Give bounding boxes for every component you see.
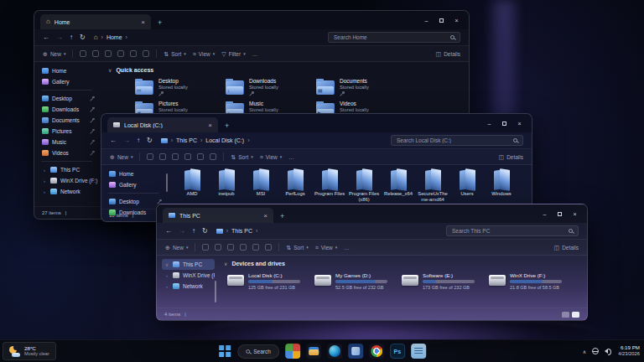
maximize-button[interactable] — [553, 209, 566, 220]
photoshop-icon[interactable]: Ps — [390, 344, 405, 359]
delete-icon[interactable] — [143, 50, 149, 57]
refresh-button[interactable]: ↻ — [202, 228, 208, 235]
up-button[interactable]: ↑ — [137, 137, 140, 144]
sidebar-item-music[interactable]: Music — [39, 137, 99, 147]
filter-button[interactable]: ▽ Filter ▾ — [221, 51, 245, 57]
sidebar-scrollbar[interactable] — [215, 281, 216, 303]
photos-app-icon[interactable] — [348, 344, 363, 359]
tab-close-icon[interactable]: × — [208, 122, 212, 129]
sidebar-item-winx-drive[interactable]: ›WinX Drive (F:) — [162, 270, 215, 281]
back-button[interactable]: ← — [110, 137, 117, 144]
list-view-button[interactable] — [562, 312, 569, 318]
tab-close-icon[interactable]: × — [263, 212, 267, 220]
more-options-button[interactable]: … — [252, 51, 258, 57]
back-button[interactable]: ← — [165, 228, 172, 235]
folder-item[interactable]: SecureUxTheme-amd64 — [416, 169, 449, 202]
refresh-button[interactable]: ↻ — [147, 137, 153, 144]
search-input[interactable] — [397, 137, 510, 143]
folder-item[interactable]: Program Files (x86) — [347, 169, 381, 202]
close-button[interactable]: × — [569, 209, 581, 220]
tray-overflow-chevron-icon[interactable]: ∧ — [583, 349, 586, 354]
rename-icon[interactable] — [240, 244, 247, 251]
tab-this-pc[interactable]: This PC × — [163, 208, 273, 223]
sidebar-item-home[interactable]: Home — [106, 168, 166, 179]
sort-button[interactable]: ⇅ Sort ▾ — [286, 245, 308, 251]
volume-icon[interactable] — [605, 348, 612, 354]
more-options-button[interactable]: … — [288, 154, 294, 160]
chevron-icon[interactable]: ∨ — [164, 261, 169, 267]
drive-tile-c[interactable]: Local Disk (C:)125 GB free of 231 GB — [227, 272, 312, 290]
quick-access-tile-documents[interactable]: ▤DocumentsStored locally — [316, 78, 407, 96]
sort-button[interactable]: ⇅ Sort ▾ — [164, 51, 185, 57]
up-button[interactable]: ↑ — [70, 34, 73, 41]
maximize-button[interactable] — [435, 15, 448, 26]
copy-icon[interactable] — [215, 244, 221, 251]
cut-icon[interactable] — [80, 50, 86, 57]
new-button[interactable]: ⊕ New ▾ — [43, 51, 65, 57]
view-button[interactable]: ≡ View ▾ — [315, 245, 338, 251]
new-button[interactable]: ⊕ New ▾ — [110, 154, 132, 160]
sidebar-item-gallery[interactable]: Gallery — [39, 76, 99, 87]
share-icon[interactable] — [197, 153, 204, 160]
weather-widget[interactable]: 28°C Mostly clear — [3, 342, 56, 360]
sidebar-item-documents[interactable]: Documents — [39, 115, 99, 126]
sidebar-item-network[interactable]: ›Network — [39, 186, 99, 197]
cut-icon[interactable] — [147, 153, 153, 160]
refresh-button[interactable]: ↻ — [80, 34, 86, 41]
folder-item[interactable]: Windows — [485, 169, 518, 202]
more-options-button[interactable]: … — [344, 245, 350, 251]
file-explorer-icon[interactable] — [306, 344, 321, 359]
breadcrumb-item[interactable]: Home — [106, 34, 122, 40]
start-button[interactable] — [218, 344, 231, 358]
sort-button[interactable]: ⇅ Sort ▾ — [231, 154, 252, 160]
notepad-icon[interactable] — [411, 344, 426, 359]
details-pane-button[interactable]: ◫ Details — [499, 154, 524, 160]
new-tab-button[interactable]: + — [225, 122, 229, 130]
taskbar-search[interactable]: Search — [237, 344, 279, 359]
folder-item[interactable]: inetpub — [210, 169, 243, 202]
breadcrumb-item[interactable]: This PC — [176, 137, 197, 143]
close-button[interactable]: × — [450, 15, 463, 26]
new-tab-button[interactable]: + — [280, 212, 284, 220]
section-header-quick-access[interactable]: ∨ Quick access — [108, 65, 462, 75]
maximize-button[interactable] — [498, 118, 511, 129]
sidebar-item-desktop[interactable]: Desktop — [39, 93, 99, 104]
sidebar-scrollbar[interactable] — [166, 173, 168, 192]
sidebar-item-winx-drive[interactable]: ›WinX Drive (F:) — [39, 175, 99, 186]
collapse-chevron-icon[interactable]: ∨ — [224, 261, 227, 266]
sidebar-item-this-pc[interactable]: ›This PC — [39, 164, 99, 175]
folder-item[interactable]: PerfLogs — [278, 169, 312, 202]
chevron-right-icon[interactable]: › — [42, 178, 47, 184]
section-header-devices-drives[interactable]: ∨ Devices and drives — [224, 258, 580, 269]
forward-button[interactable]: → — [56, 34, 63, 41]
quick-access-tile-downloads[interactable]: ↓DownloadsStored locally — [226, 78, 316, 96]
rename-icon[interactable] — [117, 50, 124, 57]
sidebar-item-this-pc[interactable]: ∨This PC — [162, 259, 215, 270]
chevron-right-icon[interactable]: › — [42, 168, 47, 173]
new-tab-button[interactable]: + — [158, 18, 162, 27]
sidebar-item-downloads[interactable]: Downloads — [39, 104, 99, 115]
search-input[interactable] — [452, 228, 565, 234]
sidebar-item-pictures[interactable]: Pictures — [39, 126, 99, 137]
minimize-button[interactable]: – — [420, 15, 433, 26]
minimize-button[interactable]: – — [483, 118, 496, 129]
drive-tile-e[interactable]: Software (E:)173 GB free of 232 GB — [402, 272, 486, 290]
forward-button[interactable]: → — [179, 228, 185, 235]
drive-tile-f[interactable]: WinX Drive (F:)21.8 GB free of 58.5 GB — [489, 272, 574, 290]
grid-app-icon[interactable] — [285, 344, 300, 359]
tab-local-disk[interactable]: Local Disk (C:) × — [107, 117, 218, 132]
forward-button[interactable]: → — [123, 137, 130, 144]
paste-icon[interactable] — [172, 153, 179, 160]
copy-icon[interactable] — [92, 50, 99, 57]
delete-icon[interactable] — [265, 244, 272, 251]
tab-close-icon[interactable]: × — [141, 18, 145, 26]
icon-view-button[interactable] — [572, 312, 579, 318]
folder-item[interactable]: AMD — [175, 169, 209, 202]
taskbar-clock[interactable]: 6:19 PM 4/23/2026 — [618, 344, 640, 358]
search-box[interactable] — [391, 135, 523, 146]
sidebar-item-videos[interactable]: Videos — [39, 147, 99, 158]
up-button[interactable]: ↑ — [192, 228, 195, 235]
paste-icon[interactable] — [227, 244, 234, 251]
folder-item[interactable]: MSI — [244, 169, 278, 202]
details-pane-button[interactable]: ◫ Details — [554, 245, 579, 251]
